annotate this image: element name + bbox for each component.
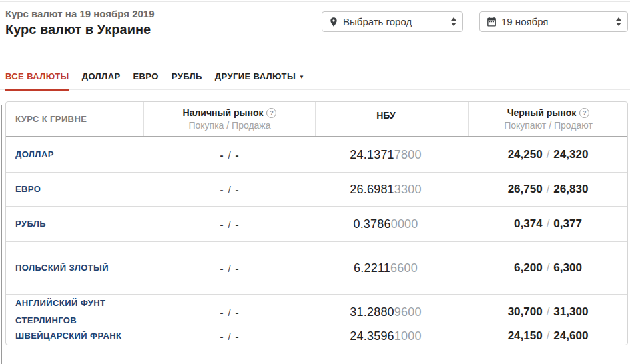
nbu-rate-value: 31.28809600: [315, 295, 468, 329]
currency-link-euro[interactable]: ЕВРО: [15, 181, 41, 198]
nbu-rate-value: 24.13717800: [315, 137, 468, 172]
black-market-value: 24,250/24,320: [468, 137, 627, 172]
help-icon[interactable]: ?: [266, 108, 276, 118]
tab-other-currencies[interactable]: ДРУГИЕ ВАЛЮТЫ▼: [215, 65, 305, 89]
chevron-up-icon: [616, 17, 621, 21]
table-row: РУБЛЬ -/- 0.37860000 0,374/0,377: [6, 206, 627, 241]
location-pin-icon: [328, 17, 339, 27]
cash-market-value: -/-: [143, 327, 315, 345]
currency-link-zloty[interactable]: ПОЛЬСКИЙ ЗЛОТЫЙ: [15, 259, 109, 277]
black-market-value: 24,150/24,600: [468, 327, 627, 345]
chevron-up-icon: [451, 17, 456, 21]
city-select[interactable]: Выбрать город: [322, 11, 463, 32]
currency-link-ruble[interactable]: РУБЛЬ: [15, 215, 46, 233]
dropdown-arrow-icon: ▼: [299, 74, 304, 80]
column-header-cash-market: Наличный рынок? Покупка / Продажа: [143, 102, 315, 136]
nbu-rate-value: 26.69813300: [315, 173, 468, 206]
table-row: ЕВРО -/- 26.69813300 26,750/26,830: [6, 172, 627, 206]
cash-market-value: -/-: [143, 173, 315, 206]
currency-link-pound[interactable]: АНГЛИЙСКИЙ ФУНТ СТЕРЛИНГОВ: [15, 295, 134, 329]
page-title: Курс валют в Украине: [5, 22, 151, 37]
cash-market-value: -/-: [143, 295, 315, 329]
table-row: ШВЕЙЦАРСКИЙ ФРАНК -/- 24.35961000 24,150…: [6, 327, 627, 345]
city-select-spinner[interactable]: [451, 16, 456, 27]
date-select[interactable]: 19 ноября: [479, 11, 628, 32]
column-header-currency: КУРС К ГРИВНЕ: [6, 102, 143, 136]
chevron-down-icon: [451, 23, 456, 26]
black-market-value: 30,700/31,300: [468, 295, 627, 329]
column-header-nbu: НБУ: [315, 102, 468, 136]
cash-market-value: -/-: [143, 137, 315, 172]
table-row: ПОЛЬСКИЙ ЗЛОТЫЙ -/- 6.22116600 6,200/6,3…: [6, 241, 627, 294]
date-select-spinner[interactable]: [616, 16, 621, 27]
column-subheader-cash: Покупка / Продажа: [188, 119, 270, 132]
chevron-down-icon: [616, 23, 621, 26]
page-subtitle: Курс валют на 19 ноября 2019: [5, 8, 155, 19]
nbu-rate-value: 6.22116600: [315, 242, 468, 294]
tab-dollar[interactable]: ДОЛЛАР: [82, 65, 121, 89]
currency-link-franc[interactable]: ШВЕЙЦАРСКИЙ ФРАНК: [15, 327, 121, 345]
nbu-rate-value: 0.37860000: [315, 207, 468, 241]
table-row: ДОЛЛАР -/- 24.13717800 24,250/24,320: [6, 137, 627, 172]
tab-all-currencies[interactable]: ВСЕ ВАЛЮТЫ: [5, 65, 69, 89]
black-market-value: 26,750/26,830: [468, 173, 627, 206]
currency-tabs: ВСЕ ВАЛЮТЫ ДОЛЛАР ЕВРО РУБЛЬ ДРУГИЕ ВАЛЮ…: [0, 65, 630, 90]
nbu-rate-value: 24.35961000: [315, 327, 468, 345]
cash-market-value: -/-: [143, 207, 315, 241]
table-row: АНГЛИЙСКИЙ ФУНТ СТЕРЛИНГОВ -/- 31.288096…: [6, 294, 627, 327]
calendar-icon: [486, 16, 497, 27]
page-top-divider: [0, 1, 630, 2]
help-icon[interactable]: ?: [579, 108, 589, 118]
left-edge-line: [1, 105, 2, 364]
date-select-value: 19 ноября: [501, 16, 616, 27]
rates-table: КУРС К ГРИВНЕ Наличный рынок? Покупка / …: [5, 101, 628, 345]
black-market-value: 6,200/6,300: [468, 242, 627, 294]
table-header: КУРС К ГРИВНЕ Наличный рынок? Покупка / …: [6, 102, 627, 137]
tab-euro[interactable]: ЕВРО: [133, 65, 159, 89]
tab-ruble[interactable]: РУБЛЬ: [172, 65, 202, 89]
cash-market-value: -/-: [143, 242, 315, 294]
black-market-value: 0,374/0,377: [468, 207, 627, 241]
currency-link-dollar[interactable]: ДОЛЛАР: [15, 146, 54, 163]
city-select-value: Выбрать город: [343, 16, 451, 27]
column-header-black-market: Черный рынок? Покупают / Продают: [468, 102, 627, 136]
column-subheader-black: Покупают / Продают: [504, 119, 593, 132]
